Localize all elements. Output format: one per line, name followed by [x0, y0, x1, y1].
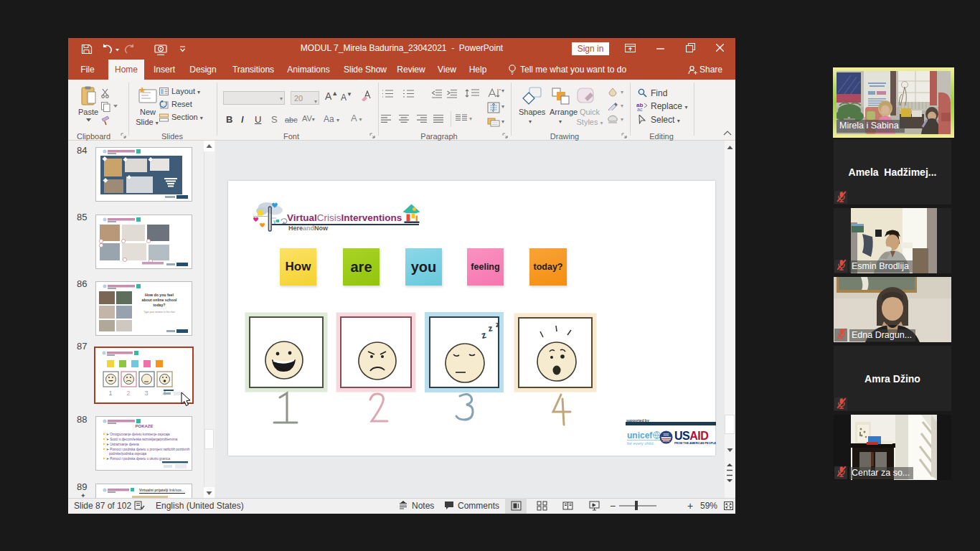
svg-text:about online school: about online school — [142, 298, 178, 302]
svg-text:How do you feel: How do you feel — [145, 293, 174, 297]
svg-text:ac: ac — [637, 107, 643, 111]
svg-text:2: 2 — [126, 390, 130, 397]
svg-text:1: 1 — [108, 390, 112, 397]
svg-text:Type your answer in the chat: Type your answer in the chat — [143, 311, 174, 314]
svg-text:POKAZE: POKAZE — [135, 424, 153, 428]
svg-text:Virtualni prijatelji: Virtualni prijatelji — [139, 488, 169, 492]
svg-text:➤ Ustrazivanje djeteta: ➤ Ustrazivanje djeteta — [106, 443, 139, 446]
svg-text:3: 3 — [144, 390, 148, 397]
svg-text:today?: today? — [153, 303, 165, 307]
svg-text:➤ Pomoci i podrska djetetu u o: ➤ Pomoci i podrska djetetu u okviru gran… — [106, 457, 171, 461]
svg-text:link/sos...: link/sos... — [169, 488, 184, 492]
svg-text:➤ Pomoci i podrska djetetu u p: ➤ Pomoci i podrska djetetu u promjeni ra… — [106, 448, 190, 451]
svg-text:➤ Suoci s djecom/teska razmisl: ➤ Suoci s djecom/teska razmisljanja/prob… — [106, 438, 178, 441]
svg-text:podrske/podrska osjecaja: podrske/podrska osjecaja — [109, 452, 147, 456]
svg-text:➤ Omogucivanje djetetu koriste: ➤ Omogucivanje djetetu koristenje osjeca… — [106, 433, 170, 436]
